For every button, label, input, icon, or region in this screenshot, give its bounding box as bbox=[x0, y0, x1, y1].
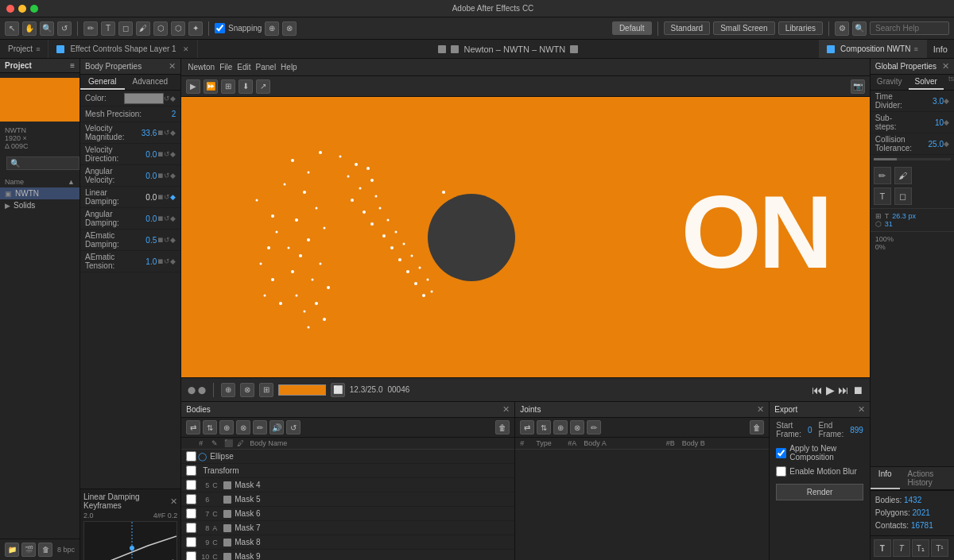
lindamp-reset-icon[interactable]: ↺ bbox=[164, 193, 170, 201]
lindamp-kf-icon[interactable]: ◆ bbox=[170, 193, 176, 201]
angdamp-reset-icon[interactable]: ↺ bbox=[164, 214, 170, 222]
newton-menu-panel[interactable]: Panel bbox=[256, 63, 277, 71]
tab-composition[interactable]: Composition NWTN ≡ bbox=[819, 40, 927, 58]
global-props-close[interactable]: ✕ bbox=[942, 61, 949, 71]
snap-tool2[interactable]: ⊗ bbox=[282, 21, 297, 36]
body-props-close[interactable]: ✕ bbox=[169, 61, 176, 71]
grid-icon[interactable]: ⊞ bbox=[221, 79, 235, 94]
bodies-tool6[interactable]: 🔊 bbox=[270, 420, 284, 434]
prop-veldir-value[interactable]: 0.0 bbox=[125, 150, 157, 159]
fit-icon[interactable]: ↗ bbox=[256, 79, 270, 94]
snapping-checkbox[interactable] bbox=[215, 23, 225, 33]
tool-roto[interactable]: ⬡ bbox=[171, 21, 185, 36]
tool-puppet[interactable]: ✦ bbox=[188, 21, 203, 36]
mini-tool-brush[interactable]: 🖌 bbox=[894, 167, 912, 184]
global-td-value[interactable]: 3.0 bbox=[912, 97, 944, 106]
new-comp-icon[interactable]: 🎬 bbox=[21, 543, 36, 557]
bodies-tool7[interactable]: ↺ bbox=[286, 420, 301, 434]
prop-lindamp-value[interactable]: 0.0 bbox=[125, 193, 157, 202]
body-row-3[interactable]: 8 A Mask 7 bbox=[181, 521, 514, 535]
frame-fwd-icon[interactable]: ⏩ bbox=[204, 79, 218, 94]
body-row-0[interactable]: 5 C Mask 4 bbox=[181, 478, 514, 492]
prop-reset-icon[interactable]: ↺ bbox=[164, 95, 170, 102]
joints-close[interactable]: ✕ bbox=[757, 404, 764, 415]
angdamp-kf-icon[interactable]: ◆ bbox=[170, 214, 176, 222]
veldir-kf-icon[interactable]: ◆ bbox=[170, 150, 176, 158]
angvel-stop-icon[interactable]: ⏹ bbox=[157, 172, 164, 180]
prop-velmag-value[interactable]: 33.6 bbox=[125, 129, 157, 137]
mode-small-screen[interactable]: Small Screen bbox=[713, 21, 774, 35]
export-end-value[interactable]: 899 bbox=[850, 426, 863, 434]
mini-tool-square[interactable]: ◻ bbox=[894, 187, 912, 205]
mini-tool-pen[interactable]: ✏ bbox=[874, 167, 891, 184]
export-start-value[interactable]: 0 bbox=[808, 426, 812, 434]
prop-aedamp-value[interactable]: 0.5 bbox=[125, 236, 157, 245]
goto-start-btn[interactable]: ⏮ bbox=[812, 384, 823, 396]
move-to-icon[interactable]: ⬇ bbox=[238, 79, 253, 94]
aetension-reset-icon[interactable]: ↺ bbox=[164, 257, 170, 265]
grid2-icon[interactable]: ⊞ bbox=[259, 383, 273, 397]
body-row-4[interactable]: 9 C Mask 8 bbox=[181, 535, 514, 550]
body-row-5[interactable]: 10 C Mask 9 bbox=[181, 550, 514, 560]
aetension-stop-icon[interactable]: ⏹ bbox=[157, 257, 164, 265]
body-check-3[interactable] bbox=[186, 523, 196, 533]
zoom-fit2-icon[interactable]: ⊗ bbox=[240, 383, 254, 397]
play-btn[interactable]: ▶ bbox=[826, 384, 835, 396]
tool-zoom[interactable]: 🔍 bbox=[40, 21, 54, 36]
newton-menu-edit[interactable]: Edit bbox=[237, 63, 250, 71]
info-tab-info[interactable]: Info bbox=[871, 467, 900, 489]
play-loop-btn[interactable]: ⏭ bbox=[838, 384, 849, 396]
tab-effect-controls[interactable]: Effect Controls Shape Layer 1 ✕ bbox=[48, 40, 197, 58]
text-sub[interactable]: T₁ bbox=[912, 539, 929, 557]
stop-btn[interactable]: ⏹ bbox=[852, 384, 863, 396]
tool-rotate[interactable]: ↺ bbox=[57, 21, 72, 36]
newton-menu-file[interactable]: File bbox=[219, 63, 232, 71]
project-menu-icon[interactable]: ≡ bbox=[70, 61, 75, 70]
motion-blur-check[interactable] bbox=[776, 466, 786, 477]
newton-menu-help[interactable]: Help bbox=[281, 63, 297, 71]
aedamp-reset-icon[interactable]: ↺ bbox=[164, 236, 170, 244]
angdamp-stop-icon[interactable]: ⏹ bbox=[157, 214, 164, 222]
prop-angvel-value[interactable]: 0.0 bbox=[125, 172, 157, 180]
joints-tool1[interactable]: ⇄ bbox=[520, 420, 534, 434]
global-td-kf[interactable]: ◆ bbox=[944, 97, 949, 105]
aedamp-stop-icon[interactable]: ⏹ bbox=[157, 236, 164, 244]
body-check-0[interactable] bbox=[186, 480, 196, 490]
export-close[interactable]: ✕ bbox=[858, 404, 865, 415]
body-row-1[interactable]: 6 Mask 5 bbox=[181, 492, 514, 507]
tab-project[interactable]: Project ≡ bbox=[0, 40, 48, 58]
info-btn[interactable]: Info bbox=[927, 40, 954, 58]
tool-hand[interactable]: ✋ bbox=[22, 21, 37, 36]
aedamp-kf-icon[interactable]: ◆ bbox=[170, 236, 176, 244]
snapshot-icon[interactable]: 📷 bbox=[851, 79, 865, 94]
project-item-nwtn[interactable]: ▣ NWTN bbox=[0, 187, 80, 199]
global-ct-value[interactable]: 25.0 bbox=[912, 140, 944, 149]
global-ct-kf[interactable]: ◆ bbox=[944, 140, 949, 148]
newton-menu-newton[interactable]: Newton bbox=[188, 63, 215, 71]
bodies-tool2[interactable]: ⇅ bbox=[203, 420, 217, 434]
angvel-reset-icon[interactable]: ↺ bbox=[164, 172, 170, 180]
bodies-tool4[interactable]: ⊗ bbox=[236, 420, 250, 434]
search-icon[interactable]: 🔍 bbox=[852, 21, 867, 36]
body-check-4[interactable] bbox=[186, 537, 196, 547]
delete-icon[interactable]: 🗑 bbox=[38, 543, 52, 557]
veldir-stop-icon[interactable]: ⏹ bbox=[157, 150, 164, 158]
global-ss-kf[interactable]: ◆ bbox=[944, 118, 949, 126]
tab-effect-close[interactable]: ✕ bbox=[183, 45, 189, 53]
project-item-solids[interactable]: ▶ Solids bbox=[0, 199, 80, 211]
veldir-reset-icon[interactable]: ↺ bbox=[164, 150, 170, 158]
zoom-fit-icon[interactable]: ⊕ bbox=[221, 383, 235, 397]
bodies-tool1[interactable]: ⇄ bbox=[186, 420, 200, 434]
joints-tool5[interactable]: ✏ bbox=[587, 420, 601, 434]
velmag-stop-icon[interactable]: ⏹ bbox=[157, 129, 164, 137]
preview-icon[interactable]: ⬜ bbox=[331, 383, 345, 397]
tool-brush[interactable]: 🖌 bbox=[136, 21, 150, 36]
global-tab-solver[interactable]: Solver bbox=[909, 75, 944, 90]
global-tab-gravity[interactable]: Gravity bbox=[871, 75, 909, 90]
tab-general[interactable]: General bbox=[80, 75, 125, 90]
body-check-5[interactable] bbox=[186, 551, 196, 560]
text-sup[interactable]: T¹ bbox=[931, 539, 948, 557]
search-input[interactable] bbox=[870, 21, 949, 35]
velmag-kf-icon[interactable]: ◆ bbox=[170, 129, 176, 137]
body-check-transform[interactable] bbox=[186, 465, 196, 476]
